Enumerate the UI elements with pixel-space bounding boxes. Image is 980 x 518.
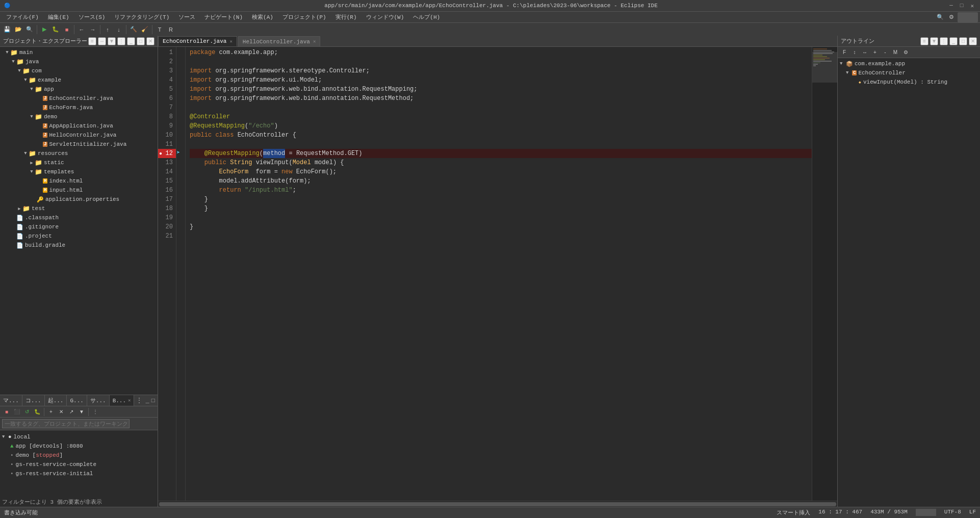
- tree-item-echo-form[interactable]: J EchoForm.java: [0, 103, 158, 112]
- outline-link[interactable]: ↔: [860, 48, 869, 57]
- server-demo[interactable]: • demo [stopped]: [0, 451, 158, 460]
- maximize-button[interactable]: □: [958, 3, 966, 9]
- outline-menu-btn[interactable]: ⋮: [940, 37, 948, 45]
- menu-search[interactable]: 検索(A): [248, 12, 277, 22]
- tab-search[interactable]: サ...: [87, 395, 110, 406]
- scrollbar-thumb[interactable]: [159, 502, 836, 506]
- server-app-devtools[interactable]: ▲ app [devtools] :8080: [0, 442, 158, 451]
- toolbar-clean[interactable]: 🧹: [140, 24, 150, 35]
- server-restart-btn[interactable]: ↺: [22, 407, 32, 417]
- link-editor-btn[interactable]: ↔: [98, 37, 106, 45]
- tab-close-icon[interactable]: ✕: [229, 39, 232, 44]
- toolbar-btn-3[interactable]: 🔍: [24, 24, 35, 35]
- tree-item-build-gradle[interactable]: 📄 build.gradle: [0, 241, 158, 250]
- server-new-btn[interactable]: +: [46, 407, 56, 417]
- scrollbar-track[interactable]: [159, 502, 836, 506]
- server-open-btn[interactable]: ↗: [67, 407, 76, 417]
- tab-menu-btn[interactable]: ⋮: [134, 397, 144, 404]
- server-remove-btn[interactable]: ✕: [57, 407, 66, 417]
- server-menu-btn[interactable]: ⋮: [91, 407, 100, 417]
- outline-class[interactable]: ▼ C EchoController: [838, 68, 980, 77]
- toolbar-debug[interactable]: 🐛: [50, 24, 61, 35]
- menu-refactor[interactable]: リファクタリング(T): [110, 12, 173, 22]
- tree-item-classpath[interactable]: 📄 .classpath: [0, 213, 158, 222]
- tab-close-icon[interactable]: ✕: [128, 398, 131, 403]
- toolbar-btn-2[interactable]: 📂: [13, 24, 23, 35]
- outline-collapse-btn[interactable]: ≡: [920, 37, 929, 45]
- tab-git[interactable]: G...: [67, 395, 87, 406]
- tree-item-app-application[interactable]: J AppApplication.java: [0, 121, 158, 131]
- maximize-panel-btn[interactable]: □: [137, 37, 145, 45]
- menu-navigate[interactable]: ナビゲート(N): [200, 12, 247, 22]
- server-stop-btn[interactable]: ⬛: [12, 407, 21, 417]
- outline-package[interactable]: ▼ 📦 com.example.app: [838, 59, 980, 68]
- outline-minimize-btn[interactable]: _: [949, 37, 958, 45]
- toolbar-next-edit[interactable]: ↓: [114, 24, 124, 35]
- outline-settings[interactable]: ⚙: [901, 48, 910, 57]
- tree-item-gitignore[interactable]: 📄 .gitignore: [0, 222, 158, 231]
- tree-item-test[interactable]: ▶ 📁 test: [0, 204, 158, 213]
- tree-item-demo[interactable]: ▼ 📁 demo: [0, 112, 158, 121]
- outline-expand[interactable]: +: [870, 48, 880, 57]
- menu-file[interactable]: ファイル(F): [2, 12, 43, 22]
- tree-item-com[interactable]: ▼ 📁 com: [0, 66, 158, 75]
- close-button[interactable]: ✕: [968, 3, 976, 9]
- toolbar-stop[interactable]: ■: [62, 24, 72, 35]
- tree-item-static[interactable]: ▶ 📁 static: [0, 158, 158, 167]
- outline-collapse[interactable]: -: [881, 48, 890, 57]
- outline-hide-fields[interactable]: F: [840, 48, 849, 57]
- server-start-btn[interactable]: ■: [2, 407, 11, 417]
- tree-item-hello-controller[interactable]: J HelloController.java: [0, 131, 158, 140]
- filter-btn[interactable]: ▼: [108, 37, 116, 45]
- menu-source2[interactable]: ソース: [174, 12, 199, 22]
- toolbar-back[interactable]: ←: [76, 24, 87, 35]
- settings-btn[interactable]: ⚙: [946, 12, 957, 22]
- toolbar-build[interactable]: 🔨: [128, 24, 139, 35]
- tree-item-app-folder[interactable]: ▼ 📁 app: [0, 85, 158, 94]
- panel-minimize-btn[interactable]: _: [144, 397, 150, 404]
- server-gs-initial[interactable]: • gs-rest-service-initial: [0, 469, 158, 478]
- outline-sort[interactable]: ↕: [850, 48, 859, 57]
- tab-close-icon[interactable]: ✕: [313, 39, 316, 44]
- tree-item-dot-project[interactable]: 📄 .project: [0, 231, 158, 241]
- editor-tab-echo[interactable]: EchoController.java ✕: [158, 36, 237, 46]
- outline-filter-btn[interactable]: ▼: [930, 37, 938, 45]
- tree-menu-btn[interactable]: ⋮: [117, 37, 125, 45]
- collapse-all-btn[interactable]: ≡: [88, 37, 96, 45]
- search-toolbar-btn[interactable]: 🔍: [935, 12, 945, 22]
- tab-boot[interactable]: B...✕: [110, 395, 135, 406]
- menu-edit[interactable]: 編集(E): [44, 12, 73, 22]
- menu-run[interactable]: 実行(R): [331, 12, 361, 22]
- tree-item-resources[interactable]: ▼ 📁 resources: [0, 149, 158, 158]
- menu-window[interactable]: ウィンドウ(W): [362, 12, 408, 22]
- server-search-input[interactable]: [2, 419, 130, 428]
- toolbar-open-type[interactable]: T: [154, 24, 165, 35]
- tree-item-input-html[interactable]: H input.html: [0, 186, 158, 195]
- tab-markers[interactable]: マ...: [0, 395, 22, 406]
- server-debug-btn[interactable]: 🐛: [33, 407, 42, 417]
- tree-item-java[interactable]: ▼ 📁 java: [0, 57, 158, 66]
- minimize-button[interactable]: ─: [947, 3, 955, 9]
- server-filter-btn[interactable]: ▼: [77, 407, 86, 417]
- memory-bar[interactable]: [916, 509, 936, 516]
- menu-help[interactable]: ヘルプ(H): [409, 12, 444, 22]
- toolbar-prev-edit[interactable]: ↑: [102, 24, 113, 35]
- outline-maximize-btn[interactable]: □: [959, 37, 967, 45]
- horizontal-scrollbar[interactable]: [158, 501, 837, 507]
- menu-project[interactable]: プロジェクト(P): [278, 12, 330, 22]
- tree-item-index-html[interactable]: H index.html: [0, 176, 158, 186]
- tree-item-example[interactable]: ▼ 📁 example: [0, 75, 158, 85]
- toolbar-btn-1[interactable]: 💾: [2, 24, 12, 35]
- toolbar-forward[interactable]: →: [88, 24, 98, 35]
- close-panel-btn[interactable]: ✕: [146, 37, 154, 45]
- outline-method[interactable]: ⬥ viewInput(Model) : String: [838, 77, 980, 87]
- tree-item-main[interactable]: ▼ 📁 main: [0, 48, 158, 57]
- outline-close-btn[interactable]: ✕: [969, 37, 977, 45]
- tree-item-echo-controller[interactable]: J EchoController.java: [0, 94, 158, 103]
- editor-tab-hello[interactable]: HelloController.java ✕: [238, 36, 320, 46]
- server-group-local[interactable]: ▼ ● local: [0, 432, 158, 442]
- tab-start[interactable]: 起...: [45, 395, 67, 406]
- tree-item-app-props[interactable]: 🔑 application.properties: [0, 195, 158, 204]
- toolbar-run[interactable]: ▶: [39, 24, 49, 35]
- tab-console[interactable]: コ...: [22, 395, 45, 406]
